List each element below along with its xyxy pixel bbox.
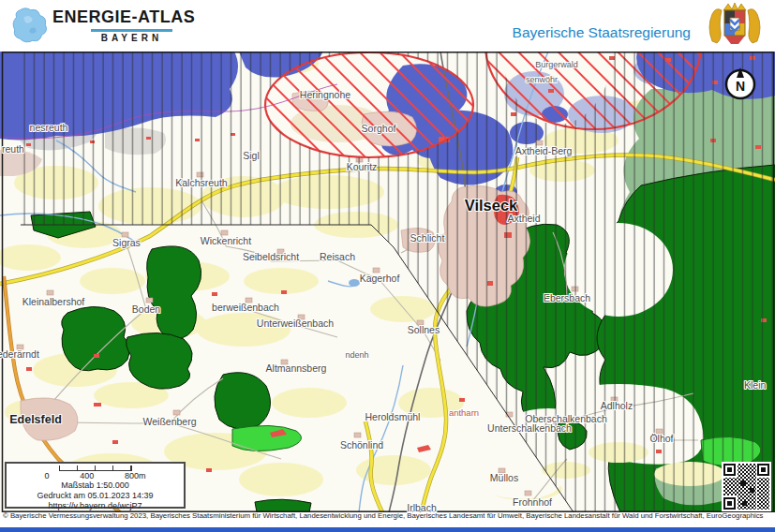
map-label-seibeldsricht: Seibeldsricht [243, 251, 299, 262]
map-label-sorghof: Sorghof [362, 123, 396, 134]
map-label-ebersbach: Ebersbach [544, 292, 590, 303]
scale-tick-0: 0 [45, 471, 50, 480]
map-label-klein: Klein [744, 379, 767, 391]
map-label-niederärndt: Niederärndt [0, 348, 39, 360]
map-label-reuth: reuth [2, 143, 24, 155]
scale-tick-400: 400 [80, 471, 94, 480]
government-label: Bayerische Staatsregierung [513, 24, 691, 41]
map-label-sigras: Sigras [112, 237, 141, 248]
map-label-wickenricht: Wickenricht [201, 235, 251, 246]
map-label-vilseck: Vilseck [465, 197, 518, 214]
map-label-altmannsberg: Altmannsberg [266, 362, 327, 374]
logo-title: ENERGIE-ATLAS [52, 7, 195, 27]
map-label-nesreuth: nesreuth [30, 122, 68, 133]
map-label-kleinalbershof: Kleinalbershof [22, 296, 85, 307]
print-timestamp: Gedruckt am 05.01.2023 14:39 [7, 491, 184, 501]
scale-text: Maßstab 1:50.000 [7, 480, 184, 491]
map-canvas: nesreuthreuthKalchsreuthHeringnoheSorgho… [0, 52, 775, 512]
scale-tick-labels: 0 400 800m [45, 471, 146, 480]
map-label-sollnes: Sollnes [408, 324, 440, 335]
map-label-adlholz: Adlholz [601, 400, 633, 411]
copyright-text: © Bayerische Vermessungsverwaltung 2023,… [3, 512, 771, 520]
scale-tick-800: 800m [125, 471, 146, 480]
qr-code [722, 462, 771, 511]
map-label-kagerhof: Kagerhof [360, 273, 400, 284]
map-label-ndenh: ndenh [345, 350, 368, 360]
map-label-boden: Boden [132, 303, 161, 315]
map-label-sigl: Sigl [243, 150, 260, 161]
map-label-kouritz: Kouritz [347, 161, 378, 172]
map-label-antharn: antharn [449, 407, 479, 418]
energie-atlas-print-page: { "header": { "logo_title": "ENERGIE-ATL… [0, 0, 775, 532]
bavaria-map-icon [7, 4, 51, 49]
map-label-berweißenbach: berweißenbach [212, 302, 279, 313]
map-label-burgerwald: Burgerwald [535, 60, 578, 69]
map-label-schönlind: Schönlind [340, 439, 383, 451]
scale-box: 0 400 800m Maßstab 1:50.000 Gedruckt am … [5, 462, 186, 509]
logo-subtitle: BAYERN [91, 33, 172, 43]
short-url[interactable]: https://v.bayern.de/wcjP7 [7, 501, 184, 511]
map-label-frohnhof: Frohnhof [513, 496, 552, 508]
map-label-edelsfeld: Edelsfeld [9, 413, 62, 426]
map-label-müllos: Müllos [490, 472, 518, 483]
map-label-unterweißenbach: Unterweißenbach [257, 318, 334, 329]
map-label-schlicht: Schlicht [410, 232, 445, 244]
bottom-accent-bar [0, 527, 775, 532]
map-label-unterschalkenbach: Unterschalkenbach [487, 422, 572, 434]
map-label-kalchsreuth: Kalchsreuth [175, 177, 228, 188]
header: ENERGIE-ATLAS BAYERN Bayerische Staatsre… [0, 0, 775, 52]
map-label-ölhof: Ölhof [649, 433, 673, 444]
map-label-senwöhr: senwöhr [526, 75, 558, 84]
svg-text:N: N [736, 79, 745, 94]
bavaria-coat-of-arms-icon [705, 2, 765, 49]
map-label-reisach: Reisach [320, 251, 355, 262]
map-label-axtheid-berg: Axtheid-Berg [515, 145, 573, 156]
map-label-heringnohe: Heringnohe [300, 89, 350, 100]
map-label-heroldsmühl: Heroldsmühl [365, 411, 421, 422]
map-label-weißenberg: Weißenberg [142, 416, 196, 427]
map-label-axtheid: Axtheid [507, 213, 540, 224]
logo-underline [91, 29, 172, 32]
